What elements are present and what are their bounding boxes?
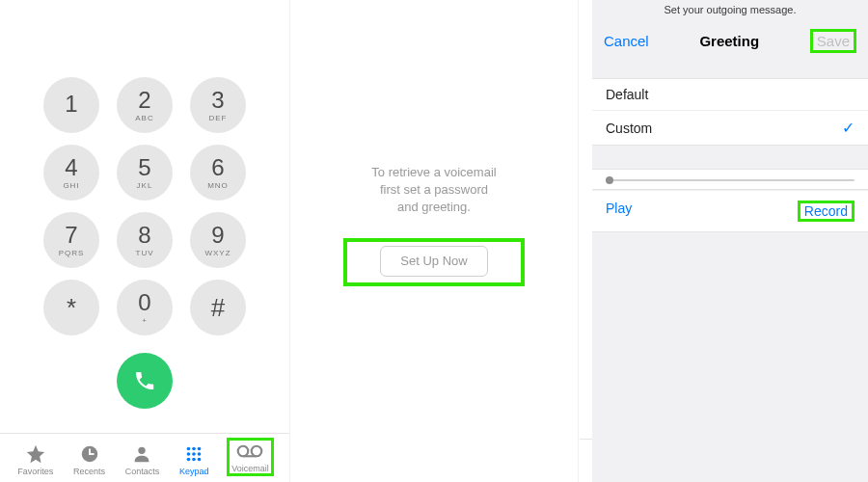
playback-controls: Play Record <box>592 190 868 232</box>
option-default[interactable]: Default <box>592 79 868 110</box>
tab-label: Contacts <box>125 467 160 476</box>
record-button[interactable]: Record <box>804 203 848 219</box>
key-8[interactable]: 8TUV <box>117 212 173 268</box>
key-star[interactable]: * <box>43 280 99 335</box>
playback-slider[interactable] <box>606 179 854 181</box>
slider-knob[interactable] <box>606 176 613 184</box>
svg-point-14 <box>252 446 262 457</box>
highlight-box: Record <box>798 201 854 222</box>
svg-point-6 <box>198 447 202 451</box>
key-digit: 2 <box>138 89 150 112</box>
phone-icon <box>133 369 156 392</box>
setup-prompt: To retrieve a voicemail first set a pass… <box>320 164 547 296</box>
tab-bar: Favorites Recents Contacts Keypad Voicem… <box>0 433 289 478</box>
tab-label: Recents <box>73 467 105 476</box>
key-letters: + <box>142 316 148 325</box>
highlight-box: Save <box>810 29 856 53</box>
svg-point-13 <box>238 446 249 457</box>
keypad-screen: 1 2ABC 3DEF 4GHI 5JKL 6MNO 7PQRS 8TUV 9W… <box>0 0 289 482</box>
play-button[interactable]: Play <box>606 201 632 222</box>
key-letters: TUV <box>136 249 154 257</box>
cancel-button[interactable]: Cancel <box>604 33 649 49</box>
key-7[interactable]: 7PQRS <box>43 212 99 268</box>
tab-label: Keypad <box>179 467 209 476</box>
svg-point-12 <box>198 458 202 462</box>
save-button[interactable]: Save <box>817 33 850 49</box>
key-1[interactable]: 1 <box>43 77 99 133</box>
key-letters: PQRS <box>59 249 85 257</box>
key-letters: WXYZ <box>204 249 231 257</box>
svg-rect-2 <box>89 453 95 455</box>
tab-contacts[interactable]: Contacts <box>123 443 162 476</box>
key-digit: 5 <box>138 156 150 179</box>
key-9[interactable]: 9WXYZ <box>190 212 246 268</box>
key-letters: GHI <box>63 181 79 190</box>
svg-point-8 <box>192 452 196 456</box>
key-digit: 1 <box>65 93 77 116</box>
checkmark-icon: ✓ <box>842 119 854 137</box>
option-label: Default <box>606 87 648 102</box>
screen-title: Greeting <box>699 33 759 49</box>
tab-favorites[interactable]: Favorites <box>15 443 55 476</box>
keypad: 1 2ABC 3DEF 4GHI 5JKL 6MNO 7PQRS 8TUV 9W… <box>43 77 246 409</box>
voicemail-icon <box>236 441 263 462</box>
key-5[interactable]: 5JKL <box>117 145 173 201</box>
greeting-options: Default Custom ✓ <box>592 78 868 146</box>
star-icon <box>25 443 46 465</box>
call-button[interactable] <box>117 353 173 409</box>
setup-line: first set a password <box>320 181 547 199</box>
svg-point-7 <box>187 452 191 456</box>
key-digit: 3 <box>211 89 224 112</box>
person-icon <box>131 443 152 465</box>
key-3[interactable]: 3DEF <box>190 77 246 133</box>
voicemail-setup-screen: To retrieve a voicemail first set a pass… <box>289 0 579 482</box>
key-digit: * <box>67 295 76 320</box>
clock-icon <box>79 443 100 465</box>
key-2[interactable]: 2ABC <box>117 77 173 133</box>
set-up-now-button[interactable]: Set Up Now <box>380 246 487 277</box>
setup-line: To retrieve a voicemail <box>320 164 547 181</box>
svg-point-9 <box>198 452 202 456</box>
key-digit: # <box>211 295 225 320</box>
tab-recents[interactable]: Recents <box>71 443 107 476</box>
svg-point-10 <box>187 458 191 462</box>
key-digit: 6 <box>211 156 224 179</box>
svg-point-5 <box>192 447 196 451</box>
playback-slider-block <box>592 169 868 190</box>
svg-point-11 <box>192 458 196 462</box>
key-letters: DEF <box>209 114 228 122</box>
svg-point-3 <box>139 447 146 454</box>
tab-label: Voicemail <box>231 464 269 473</box>
key-0[interactable]: 0+ <box>117 280 173 335</box>
key-6[interactable]: 6MNO <box>190 145 246 201</box>
subheader: Set your outgoing message. <box>592 0 868 19</box>
option-custom[interactable]: Custom ✓ <box>592 110 868 145</box>
key-letters: ABC <box>135 114 153 122</box>
svg-point-4 <box>187 447 191 451</box>
key-digit: 7 <box>65 224 77 247</box>
keypad-icon <box>183 443 204 465</box>
greeting-screen: Set your outgoing message. Cancel Greeti… <box>592 0 868 482</box>
key-digit: 8 <box>138 224 150 247</box>
highlight-box: Set Up Now <box>343 238 524 286</box>
key-letters: MNO <box>207 181 229 190</box>
setup-line: and greeting. <box>320 199 547 216</box>
key-digit: 9 <box>211 224 224 247</box>
key-hash[interactable]: # <box>190 280 246 335</box>
tab-label: Favorites <box>17 467 53 476</box>
tab-keypad[interactable]: Keypad <box>177 443 211 476</box>
tab-voicemail[interactable]: Voicemail <box>227 438 274 476</box>
option-label: Custom <box>606 120 652 136</box>
key-letters: JKL <box>137 181 153 190</box>
key-digit: 4 <box>65 156 77 179</box>
key-digit: 0 <box>138 291 150 314</box>
nav-bar: Cancel Greeting Save <box>592 19 868 67</box>
key-4[interactable]: 4GHI <box>43 145 99 201</box>
